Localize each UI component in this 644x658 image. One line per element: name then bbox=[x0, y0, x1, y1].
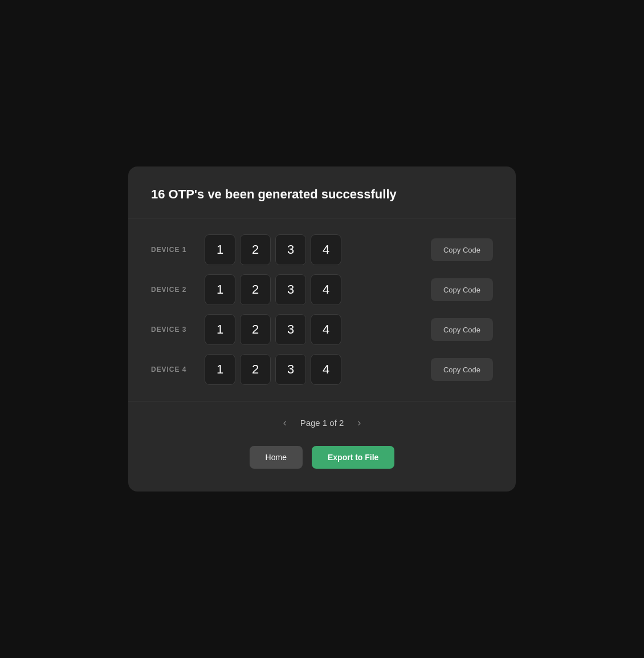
devices-list: DEVICE 11234Copy CodeDEVICE 21234Copy Co… bbox=[151, 234, 493, 385]
title-divider bbox=[128, 218, 516, 218]
otp-digit-2-3: 3 bbox=[275, 274, 306, 305]
otp-digit-4-4: 4 bbox=[311, 354, 341, 385]
prev-page-button[interactable]: ‹ bbox=[279, 415, 291, 430]
copy-code-button-device-4[interactable]: Copy Code bbox=[431, 358, 493, 381]
otp-digit-1-3: 3 bbox=[275, 234, 306, 265]
otp-digit-3-3: 3 bbox=[275, 314, 306, 345]
otp-modal: 16 OTP's ve been generated successfully … bbox=[128, 166, 516, 492]
device-label-4: DEVICE 4 bbox=[151, 365, 197, 373]
otp-digits-device-2: 1234 bbox=[205, 274, 341, 305]
device-row: DEVICE 11234Copy Code bbox=[151, 234, 493, 265]
otp-digit-2-1: 1 bbox=[205, 274, 235, 305]
otp-digit-1-2: 2 bbox=[240, 234, 271, 265]
otp-digit-4-1: 1 bbox=[205, 354, 235, 385]
copy-code-button-device-3[interactable]: Copy Code bbox=[431, 318, 493, 341]
device-row: DEVICE 21234Copy Code bbox=[151, 274, 493, 305]
device-row: DEVICE 41234Copy Code bbox=[151, 354, 493, 385]
export-button[interactable]: Export to File bbox=[312, 446, 394, 469]
otp-digit-3-2: 2 bbox=[240, 314, 271, 345]
otp-digit-1-4: 4 bbox=[311, 234, 341, 265]
modal-title: 16 OTP's ve been generated successfully bbox=[151, 187, 493, 202]
next-page-button[interactable]: › bbox=[353, 415, 365, 430]
device-label-2: DEVICE 2 bbox=[151, 286, 197, 294]
action-buttons: Home Export to File bbox=[151, 446, 493, 469]
otp-digit-2-2: 2 bbox=[240, 274, 271, 305]
otp-digit-4-3: 3 bbox=[275, 354, 306, 385]
copy-code-button-device-2[interactable]: Copy Code bbox=[431, 278, 493, 301]
otp-digits-device-3: 1234 bbox=[205, 314, 341, 345]
otp-digit-1-1: 1 bbox=[205, 234, 235, 265]
otp-digits-device-4: 1234 bbox=[205, 354, 341, 385]
copy-code-button-device-1[interactable]: Copy Code bbox=[431, 238, 493, 261]
pagination-text: Page 1 of 2 bbox=[300, 418, 344, 428]
home-button[interactable]: Home bbox=[250, 446, 303, 469]
device-label-1: DEVICE 1 bbox=[151, 246, 197, 254]
bottom-divider bbox=[128, 401, 516, 401]
device-row: DEVICE 31234Copy Code bbox=[151, 314, 493, 345]
device-label-3: DEVICE 3 bbox=[151, 326, 197, 334]
otp-digit-3-1: 1 bbox=[205, 314, 235, 345]
pagination: ‹ Page 1 of 2 › bbox=[151, 415, 493, 430]
otp-digit-4-2: 2 bbox=[240, 354, 271, 385]
otp-digit-2-4: 4 bbox=[311, 274, 341, 305]
otp-digits-device-1: 1234 bbox=[205, 234, 341, 265]
otp-digit-3-4: 4 bbox=[311, 314, 341, 345]
